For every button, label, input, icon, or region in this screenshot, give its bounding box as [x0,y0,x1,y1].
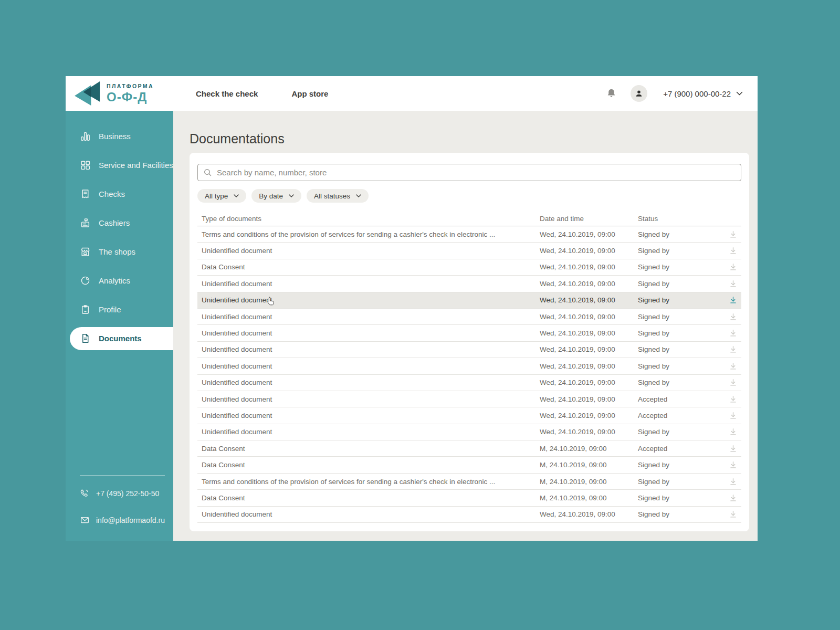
sidebar-item-the-shops[interactable]: The shops [66,237,173,266]
sidebar-item-cashiers[interactable]: Cashiers [66,208,173,237]
table-row[interactable]: Unidentified document Wed, 24.10.2019, 0… [197,342,741,358]
sidebar-item-label: Cashiers [99,218,130,227]
filter-all-type[interactable]: All type [197,189,246,203]
download-icon[interactable] [725,246,741,255]
search-icon [203,168,212,177]
table-row[interactable]: Unidentified document Wed, 24.10.2019, 0… [197,358,741,374]
doc-status-cell: Accepted [638,445,725,453]
doc-date-cell: M, 24.10.2019, 09:00 [540,445,638,453]
receipt-icon [80,188,91,200]
doc-date-cell: Wed, 24.10.2019, 09:00 [540,296,638,304]
avatar[interactable] [631,85,647,102]
logo-line2: О-Ф-Д [107,90,154,104]
doc-type-cell: Data Consent [197,445,540,453]
doc-type-cell: Unidentified document [197,412,540,419]
download-icon[interactable] [725,312,741,321]
table-row[interactable]: Terms and conditions of the provision of… [197,226,741,243]
download-icon[interactable] [725,444,741,453]
sidebar: Business Service and Facilities [66,111,173,541]
bar-chart-icon [80,131,91,142]
table-row[interactable]: Unidentified document Wed, 24.10.2019, 0… [197,309,741,325]
sidebar-item-documents[interactable]: Documents [70,327,173,350]
sidebar-item-business[interactable]: Business [66,122,173,151]
download-icon[interactable] [725,378,741,387]
sidebar-item-service-and-facilities[interactable]: Service and Facilities [66,151,173,180]
sidebar-item-label: Checks [99,190,125,198]
account-menu[interactable]: +7 (900) 000-00-22 [663,89,743,98]
nav-check-the-check[interactable]: Check the check [196,89,258,98]
doc-status-cell: Signed by [638,379,725,386]
download-icon[interactable] [725,395,741,404]
sidebar-item-checks[interactable]: Checks [66,180,173,208]
logo[interactable]: ПЛАТФОРМА О-Ф-Д [66,81,162,106]
table-row[interactable]: Unidentified document Wed, 24.10.2019, 0… [197,424,741,440]
doc-type-cell: Unidentified document [197,362,540,370]
sidebar-item-analytics[interactable]: Analytics [66,266,173,295]
nav-app-store[interactable]: App store [291,89,328,98]
doc-date-cell: Wed, 24.10.2019, 09:00 [540,230,638,238]
sidebar-item-profile[interactable]: Profile [66,295,173,324]
download-icon[interactable] [725,477,741,486]
chevron-down-icon [736,91,743,96]
download-icon[interactable] [725,296,741,304]
download-icon[interactable] [725,230,741,239]
filter-by-date[interactable]: By date [251,189,301,203]
filter-chips: All type By date All statuses [197,189,741,203]
pie-chart-icon [80,275,91,286]
doc-date-cell: Wed, 24.10.2019, 09:00 [540,263,638,271]
notification-bell-icon[interactable] [606,88,617,99]
doc-type-cell: Terms and conditions of the provision of… [197,478,540,486]
support-email[interactable]: info@platformaofd.ru [80,515,165,525]
download-icon[interactable] [725,279,741,288]
doc-status-cell: Signed by [638,329,725,337]
download-icon[interactable] [725,494,741,502]
doc-status-cell: Signed by [638,494,725,502]
table-row[interactable]: Unidentified document Wed, 24.10.2019, 0… [197,243,741,259]
col-status: Status [638,215,725,223]
doc-type-cell: Unidentified document [197,379,540,386]
doc-date-cell: Wed, 24.10.2019, 09:00 [540,428,638,436]
download-icon[interactable] [725,329,741,338]
document-icon [80,333,91,344]
table-row[interactable]: Unidentified document Wed, 24.10.2019, 0… [197,325,741,341]
table-body: Terms and conditions of the provision of… [197,226,741,523]
sidebar-nav: Business Service and Facilities [66,111,173,350]
download-icon[interactable] [725,345,741,354]
clipboard-icon [80,304,91,315]
table-row[interactable]: Unidentified document Wed, 24.10.2019, 0… [197,507,741,523]
download-icon[interactable] [725,411,741,420]
table-row[interactable]: Unidentified document Wed, 24.10.2019, 0… [197,375,741,391]
table-row[interactable]: Data Consent M, 24.10.2019, 09:00 Accept… [197,440,741,457]
sidebar-item-label: Service and Facilities [99,161,173,170]
header-right: +7 (900) 000-00-22 [606,85,758,102]
download-icon[interactable] [725,460,741,469]
page: { "colors": { "teal": "#4BA0A5", "teal_d… [0,0,840,630]
logo-text: ПЛАТФОРМА О-Ф-Д [107,83,154,104]
support-phone-label: +7 (495) 252-50-50 [96,489,159,498]
search-input[interactable] [217,168,736,177]
table-row[interactable]: Terms and conditions of the provision of… [197,474,741,490]
table-row[interactable]: Unidentified document Wed, 24.10.2019, 0… [197,276,741,292]
table-row[interactable]: Data Consent Wed, 24.10.2019, 09:00 Sign… [197,259,741,276]
download-icon[interactable] [725,262,741,271]
divider [80,475,165,476]
table-row[interactable]: Data Consent M, 24.10.2019, 09:00 Signed… [197,457,741,473]
doc-type-cell: Unidentified document [197,247,540,255]
chevron-down-icon [234,194,239,197]
sidebar-contacts: +7 (495) 252-50-50 info@platformaofd.ru [80,475,165,525]
table-row[interactable]: Unidentified document Wed, 24.10.2019, 0… [197,292,741,309]
table-row[interactable]: Data Consent M, 24.10.2019, 09:00 Signed… [197,490,741,506]
filter-all-statuses[interactable]: All statuses [307,189,369,203]
sidebar-item-label: The shops [99,247,135,256]
download-icon[interactable] [725,510,741,519]
doc-status-cell: Signed by [638,280,725,288]
table-row[interactable]: Unidentified document Wed, 24.10.2019, 0… [197,391,741,407]
chevron-down-icon [356,194,361,197]
grid-icon [80,160,91,171]
table-row[interactable]: Unidentified document Wed, 24.10.2019, 0… [197,407,741,424]
download-icon[interactable] [725,362,741,371]
doc-type-cell: Unidentified document [197,428,540,436]
download-icon[interactable] [725,427,741,436]
support-phone[interactable]: +7 (495) 252-50-50 [80,488,165,498]
sidebar-item-label: Analytics [99,276,130,285]
